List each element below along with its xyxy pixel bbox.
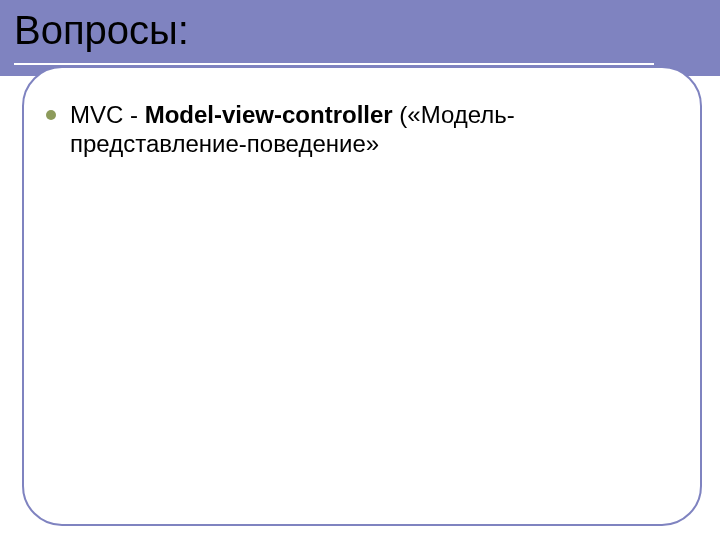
bullet-bold: Model-view-controller [145,101,393,128]
bullet-text: MVC - Model-view-controller («Модель-пре… [70,100,686,159]
header-underline [14,63,654,65]
bullet-prefix: MVC - [70,101,145,128]
bullet-icon [46,110,56,120]
slide-title: Вопросы: [14,8,189,53]
bullet-item: MVC - Model-view-controller («Модель-пре… [46,100,686,159]
